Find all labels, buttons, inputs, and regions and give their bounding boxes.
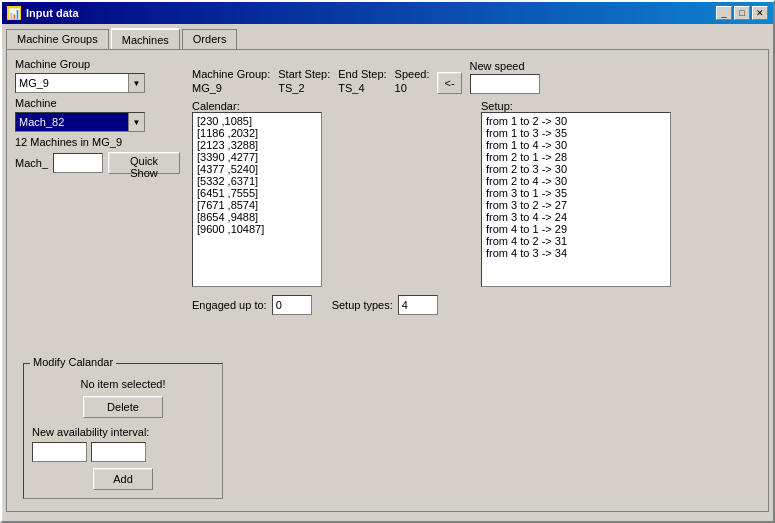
list-item: [230 ,1085]	[195, 115, 319, 127]
tab-content: Machine Group MG_9 ▼ Machine Mach_82 ▼ 1…	[6, 49, 769, 512]
end-step-label: End Step:	[338, 68, 386, 80]
close-button[interactable]: ✕	[752, 6, 768, 20]
list-item: [7671 ,8574]	[195, 199, 319, 211]
title-bar: 📊 Input data _ □ ✕	[2, 2, 773, 24]
mach-input[interactable]	[53, 153, 103, 173]
list-item: [8654 ,9488]	[195, 211, 319, 223]
interval-to-input[interactable]	[91, 442, 146, 462]
machine-group-select[interactable]: MG_9 ▼	[15, 73, 145, 93]
add-button[interactable]: Add	[93, 468, 153, 490]
end-step-field: End Step: TS_4	[338, 68, 386, 94]
calendar-label: Calendar:	[192, 100, 471, 112]
tab-machine-groups[interactable]: Machine Groups	[6, 29, 109, 50]
tab-machines[interactable]: Machines	[111, 28, 180, 49]
list-item: from 3 to 4 -> 24	[484, 211, 668, 223]
setup-types-label: Setup types:	[332, 299, 393, 311]
setup-types-input[interactable]	[398, 295, 438, 315]
start-step-label: Start Step:	[278, 68, 330, 80]
list-item: [6451 ,7555]	[195, 187, 319, 199]
window-title: Input data	[26, 7, 79, 19]
machine-value: Mach_82	[16, 116, 128, 128]
list-item: from 2 to 4 -> 30	[484, 175, 668, 187]
main-window: 📊 Input data _ □ ✕ Machine Groups Machin…	[0, 0, 775, 523]
top-machine-group-label: Machine Group:	[192, 68, 270, 80]
minimize-button[interactable]: _	[716, 6, 732, 20]
list-item: [5332 ,6371]	[195, 175, 319, 187]
list-item: [4377 ,5240]	[195, 163, 319, 175]
speed-value: 10	[395, 82, 430, 94]
engaged-field: Engaged up to:	[192, 295, 312, 315]
machine-select[interactable]: Mach_82 ▼	[15, 112, 145, 132]
list-item: from 2 to 3 -> 30	[484, 163, 668, 175]
list-item: [2123 ,3288]	[195, 139, 319, 151]
engaged-input[interactable]	[272, 295, 312, 315]
list-item: from 1 to 3 -> 35	[484, 127, 668, 139]
title-bar-left: 📊 Input data	[7, 6, 79, 20]
list-item: from 4 to 2 -> 31	[484, 235, 668, 247]
bottom-row: Engaged up to: Setup types:	[192, 295, 760, 315]
maximize-button[interactable]: □	[734, 6, 750, 20]
modify-calendar-group: Modify Calandar No item selected! Delete…	[23, 363, 223, 499]
speed-arrow-button[interactable]: <-	[437, 72, 461, 94]
setup-section: Setup: from 1 to 2 -> 30from 1 to 3 -> 3…	[481, 100, 760, 287]
machine-group-value: MG_9	[16, 77, 128, 89]
title-buttons: _ □ ✕	[716, 6, 768, 20]
end-step-value: TS_4	[338, 82, 386, 94]
list-item: from 4 to 1 -> 29	[484, 223, 668, 235]
speed-label: Speed:	[395, 68, 430, 80]
list-item: from 4 to 3 -> 34	[484, 247, 668, 259]
list-item: [9600 ,10487]	[195, 223, 319, 235]
calendar-listbox[interactable]: [230 ,1085][1186 ,2032][2123 ,3288][3390…	[192, 112, 322, 287]
speed-field: Speed: 10	[395, 68, 430, 94]
machine-group-label: Machine Group	[15, 58, 180, 70]
list-item: from 3 to 1 -> 35	[484, 187, 668, 199]
list-item: from 2 to 1 -> 28	[484, 151, 668, 163]
quick-show-button[interactable]: Quick Show	[108, 152, 180, 174]
machines-count: 12 Machines in MG_9	[15, 136, 180, 148]
list-item: [3390 ,4277]	[195, 151, 319, 163]
top-machine-group-value: MG_9	[192, 82, 270, 94]
window-icon: 📊	[7, 6, 21, 20]
interval-from-input[interactable]	[32, 442, 87, 462]
mach-prefix: Mach_	[15, 157, 48, 169]
arrow-field: x <-	[437, 58, 461, 94]
start-step-value: TS_2	[278, 82, 330, 94]
list-item: from 1 to 2 -> 30	[484, 115, 668, 127]
tab-orders[interactable]: Orders	[182, 29, 238, 50]
list-item: [1186 ,2032]	[195, 127, 319, 139]
delete-button[interactable]: Delete	[83, 396, 163, 418]
modify-calendar-legend: Modify Calandar	[30, 356, 116, 368]
new-speed-field: New speed	[470, 60, 540, 94]
setup-types-field: Setup types:	[332, 295, 438, 315]
new-availability-label: New availability interval:	[32, 426, 214, 438]
machine-label: Machine	[15, 97, 180, 109]
engaged-label: Engaged up to:	[192, 299, 267, 311]
machine-group-arrow[interactable]: ▼	[128, 74, 144, 92]
tabs-bar: Machine Groups Machines Orders	[2, 24, 773, 49]
sections-row: Calendar: [230 ,1085][1186 ,2032][2123 ,…	[192, 100, 760, 287]
setup-listbox[interactable]: from 1 to 2 -> 30from 1 to 3 -> 35from 1…	[481, 112, 671, 287]
top-machine-group-field: Machine Group: MG_9	[192, 68, 270, 94]
new-speed-input[interactable]	[470, 74, 540, 94]
setup-label: Setup:	[481, 100, 760, 112]
start-step-field: Start Step: TS_2	[278, 68, 330, 94]
no-item-selected: No item selected!	[81, 378, 166, 390]
machine-arrow[interactable]: ▼	[128, 113, 144, 131]
list-item: from 3 to 2 -> 27	[484, 199, 668, 211]
new-speed-label: New speed	[470, 60, 540, 72]
calendar-section: Calendar: [230 ,1085][1186 ,2032][2123 ,…	[192, 100, 471, 287]
list-item: from 1 to 4 -> 30	[484, 139, 668, 151]
